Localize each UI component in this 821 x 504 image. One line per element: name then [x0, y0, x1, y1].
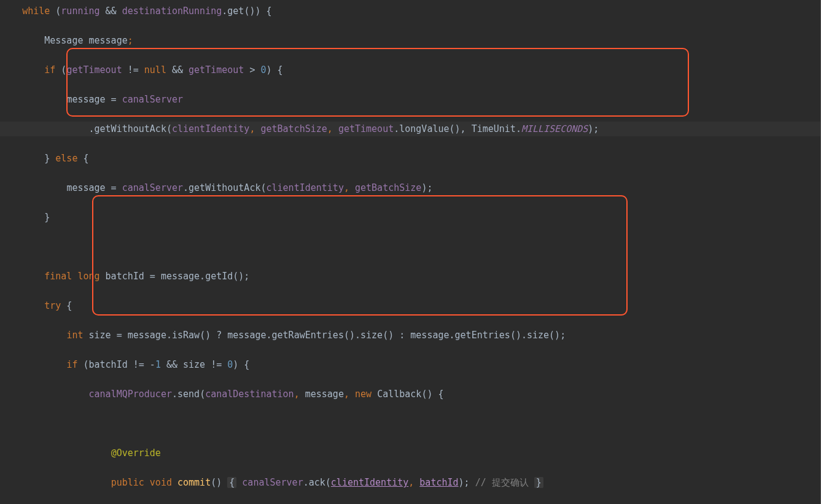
code-line: message = canalServer	[0, 92, 821, 107]
code-line	[0, 239, 821, 254]
code-line: canalMQProducer.send(canalDestination, m…	[0, 387, 821, 401]
code-line: }	[0, 210, 821, 225]
code-line: try {	[0, 298, 821, 313]
code-line: @Override	[0, 446, 821, 460]
code-line-highlighted: .getWithoutAck(clientIdentity, getBatchS…	[0, 122, 821, 136]
code-line: final long batchId = message.getId();	[0, 269, 821, 284]
code-line: message = canalServer.getWithoutAck(clie…	[0, 180, 821, 195]
code-block[interactable]: while (running && destinationRunning.get…	[0, 4, 821, 504]
code-line: int size = message.isRaw() ? message.get…	[0, 328, 821, 343]
code-line: Message message;	[0, 33, 821, 48]
code-line: } else {	[0, 151, 821, 166]
code-editor[interactable]: while (running && destinationRunning.get…	[0, 0, 821, 504]
code-line: if (getTimeout != null && getTimeout > 0…	[0, 63, 821, 77]
code-line: public void commit() { canalServer.ack(c…	[0, 475, 821, 490]
code-line: while (running && destinationRunning.get…	[0, 4, 821, 18]
code-line	[0, 416, 821, 431]
code-line: if (batchId != -1 && size != 0) {	[0, 357, 821, 372]
